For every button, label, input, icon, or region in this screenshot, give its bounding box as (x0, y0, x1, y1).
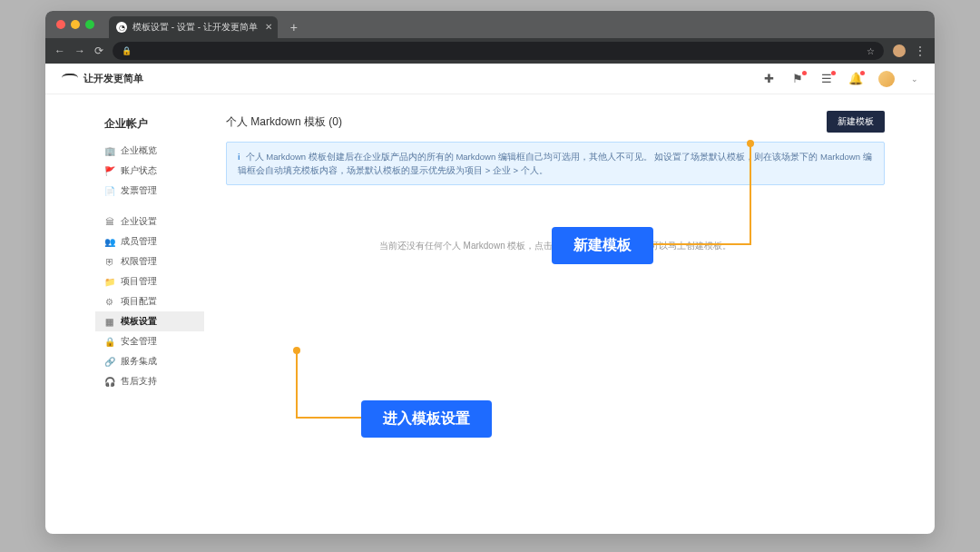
members-icon: 👥 (104, 237, 114, 247)
sidebar-item-label: 项目管理 (121, 275, 157, 288)
logo-mark-icon (62, 74, 78, 84)
sidebar-item-label: 安全管理 (121, 335, 157, 348)
sidebar-item-project-config[interactable]: ⚙ 项目配置 (95, 291, 204, 311)
plus-icon[interactable]: ✚ (762, 73, 775, 85)
nav-forward-icon[interactable]: → (74, 44, 85, 57)
nav-reload-icon[interactable]: ⟳ (94, 44, 103, 57)
flag-icon: 🚩 (104, 166, 114, 176)
sidebar-item-label: 企业概览 (121, 144, 157, 157)
nav-back-icon[interactable]: ← (54, 44, 65, 57)
sidebar-item-security[interactable]: 🔒 安全管理 (95, 331, 204, 351)
sidebar-item-projects[interactable]: 📁 项目管理 (95, 271, 204, 291)
info-icon: i (238, 152, 240, 162)
main-column: 个人 Markdown 模板 (0) 新建模板 i个人 Markdown 模板创… (226, 111, 885, 391)
tab-close-icon[interactable]: ✕ (265, 22, 272, 32)
sidebar-item-label: 发票管理 (121, 184, 157, 197)
sidebar-item-account-status[interactable]: 🚩 账户状态 (95, 161, 204, 181)
empty-state-text: 当前还没有任何个人 Markdown 模板，点击右上角的“新建模板”按钮可以马上… (226, 240, 885, 252)
headset-icon: 🎧 (104, 377, 114, 387)
app-header: 让开发更简单 ✚ ⚑ ☰ 🔔 ⌄ (45, 64, 935, 94)
page-title: 个人 Markdown 模板 (0) (226, 114, 342, 130)
sidebar-item-invoice[interactable]: 📄 发票管理 (95, 181, 204, 201)
invoice-icon: 📄 (104, 186, 114, 196)
browser-profile-icon[interactable] (893, 44, 906, 57)
sidebar-item-label: 权限管理 (121, 255, 157, 268)
info-banner: i个人 Markdown 模板创建后在企业版产品内的所有的 Markdown 编… (226, 142, 885, 185)
window-traffic-lights[interactable] (56, 20, 94, 29)
folder-icon: 📁 (104, 277, 114, 287)
sidebar-item-templates[interactable]: ▦ 模板设置 (95, 311, 204, 331)
browser-window: ◔ 模板设置 - 设置 - 让开发更简单 ✕ + ← → ⟳ 🔒 ☆ ⋮ 让开发… (45, 11, 935, 534)
settings-panel: 企业帐户 🏢 企业概览 🚩 账户状态 📄 发票管理 (95, 111, 885, 391)
sidebar-item-members[interactable]: 👥 成员管理 (95, 232, 204, 251)
sidebar-item-support[interactable]: 🎧 售后支持 (95, 371, 204, 391)
sidebar-item-label: 企业设置 (121, 215, 157, 228)
settings-sidebar: 企业帐户 🏢 企业概览 🚩 账户状态 📄 发票管理 (95, 111, 204, 391)
building-icon: 🏢 (104, 146, 114, 156)
sidebar-item-permissions[interactable]: ⛨ 权限管理 (95, 251, 204, 271)
sidebar-item-label: 成员管理 (121, 235, 157, 248)
new-tab-button[interactable]: + (283, 16, 305, 38)
sidebar-item-integrations[interactable]: 🔗 服务集成 (95, 351, 204, 371)
link-icon: 🔗 (104, 357, 114, 367)
lock-icon: 🔒 (122, 46, 132, 55)
user-avatar[interactable] (878, 71, 895, 87)
bookmark-star-icon[interactable]: ☆ (867, 46, 875, 56)
enterprise-icon: 🏛 (104, 217, 114, 227)
create-template-button[interactable]: 新建模板 (827, 111, 885, 133)
sidebar-item-label: 售后支持 (121, 375, 157, 388)
gear-icon: ⚙ (104, 297, 114, 307)
sidebar-item-label: 项目配置 (121, 295, 157, 308)
template-icon: ▦ (104, 317, 114, 327)
browser-tab-active[interactable]: ◔ 模板设置 - 设置 - 让开发更简单 ✕ (109, 16, 278, 38)
tab-favicon: ◔ (116, 22, 127, 33)
list-icon[interactable]: ☰ (820, 73, 833, 85)
sidebar-item-label: 模板设置 (121, 315, 157, 328)
logo-text: 让开发更简单 (83, 72, 143, 85)
sidebar-item-overview[interactable]: 🏢 企业概览 (95, 141, 204, 161)
tab-title: 模板设置 - 设置 - 让开发更简单 (132, 21, 258, 34)
annotation-line (296, 417, 363, 419)
shield-icon: ⛨ (104, 257, 114, 267)
bell-icon[interactable]: 🔔 (849, 73, 862, 85)
browser-toolbar: ← → ⟳ 🔒 ☆ ⋮ (45, 38, 935, 64)
flag-icon[interactable]: ⚑ (791, 73, 804, 85)
browser-menu-icon[interactable]: ⋮ (915, 44, 926, 57)
sidebar-item-label: 账户状态 (121, 164, 157, 177)
chevron-down-icon[interactable]: ⌄ (911, 74, 918, 84)
sidebar-title: 企业帐户 (104, 116, 204, 132)
sidebar-item-label: 服务集成 (121, 355, 157, 368)
info-text: 个人 Markdown 模板创建后在企业版产品内的所有的 Markdown 编辑… (238, 152, 872, 175)
content-area: 企业帐户 🏢 企业概览 🚩 账户状态 📄 发票管理 (45, 94, 935, 408)
header-icons: ✚ ⚑ ☰ 🔔 ⌄ (762, 71, 918, 87)
app-logo[interactable]: 让开发更简单 (62, 72, 143, 85)
main-header-row: 个人 Markdown 模板 (0) 新建模板 (226, 111, 885, 133)
url-bar[interactable]: 🔒 ☆ (113, 42, 884, 60)
lock-icon: 🔒 (104, 337, 114, 347)
browser-tabstrip: ◔ 模板设置 - 设置 - 让开发更简单 ✕ + (45, 11, 935, 38)
sidebar-item-enterprise-settings[interactable]: 🏛 企业设置 (95, 212, 204, 232)
